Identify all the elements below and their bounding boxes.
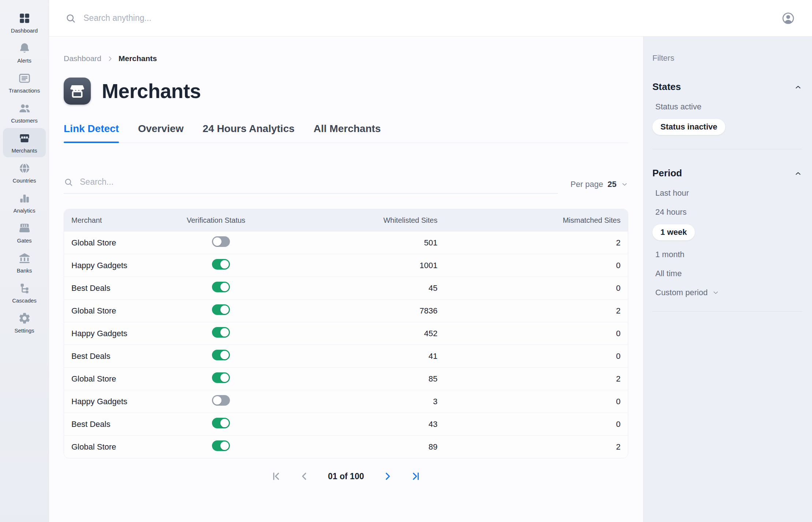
merchant-name: Global Store <box>71 442 187 452</box>
toggle-knob <box>220 373 229 382</box>
filter-sections: StatesStatus activeStatus inactivePeriod… <box>652 81 802 312</box>
filter-option-last-hour[interactable]: Last hour <box>652 188 802 198</box>
whitelisted-sites-value: 41 <box>298 352 437 361</box>
filter-option-label: All time <box>655 269 682 278</box>
table-header-row: MerchantVerification StatusWhitelisted S… <box>64 209 628 231</box>
merchant-row: Happy Gadgets30 <box>64 390 628 413</box>
mismatched-sites-value: 0 <box>437 352 621 361</box>
merchant-row: Best Deals410 <box>64 345 628 367</box>
merchant-row: Happy Gadgets10010 <box>64 254 628 277</box>
tab-link-detect[interactable]: Link Detect <box>64 123 119 143</box>
mismatched-sites-value: 0 <box>437 397 621 406</box>
sidebar-nav: DashboardAlertsTransactionsCustomersMerc… <box>0 8 49 337</box>
sidebar-item-label: Settings <box>14 327 34 334</box>
topbar <box>49 0 812 37</box>
filter-option-status-active[interactable]: Status active <box>652 102 802 112</box>
sidebar-item-label: Gates <box>17 237 31 244</box>
verification-status-cell <box>187 418 298 431</box>
main-column: Dashboard Merchants Merchants Link Detec… <box>49 0 812 522</box>
filter-option-label: 24 hours <box>655 207 687 217</box>
verification-toggle[interactable] <box>212 440 230 451</box>
sidebar-item-customers[interactable]: Customers <box>3 98 46 127</box>
sidebar-item-alerts[interactable]: Alerts <box>3 38 46 67</box>
filter-options: Status activeStatus inactive <box>652 102 802 135</box>
filters-title: Filters <box>652 53 802 63</box>
filter-option-24-hours[interactable]: 24 hours <box>652 207 802 217</box>
whitelisted-sites-value: 7836 <box>298 306 437 316</box>
sidebar-item-transactions[interactable]: Transactions <box>3 68 46 97</box>
verification-toggle[interactable] <box>212 350 230 360</box>
merchant-row: Best Deals450 <box>64 277 628 299</box>
sidebar-item-label: Merchants <box>11 147 37 154</box>
filter-section-header-period[interactable]: Period <box>652 168 802 179</box>
prev-page-button[interactable] <box>299 471 310 482</box>
breadcrumb-link-dashboard[interactable]: Dashboard <box>64 54 101 63</box>
column-header-mismatched-sites: Mismatched Sites <box>437 216 621 225</box>
tab-24-hours-analytics[interactable]: 24 Hours Analytics <box>202 123 294 143</box>
whitelisted-sites-value: 501 <box>298 238 437 248</box>
column-header-whitelisted-sites: Whitelisted Sites <box>298 216 437 225</box>
mismatched-sites-value: 0 <box>437 420 621 429</box>
storefront-icon <box>64 78 91 105</box>
chevron-up-icon <box>794 169 802 177</box>
sidebar-item-settings[interactable]: Settings <box>3 308 46 337</box>
filter-option-label: Last hour <box>655 188 689 198</box>
per-page-select[interactable]: Per page 25 <box>570 180 628 194</box>
tab-all-merchants[interactable]: All Merchants <box>314 123 381 143</box>
sidebar-item-dashboard[interactable]: Dashboard <box>3 8 46 37</box>
chevron-up-icon <box>794 83 802 91</box>
main-content: Dashboard Merchants Merchants Link Detec… <box>49 37 643 522</box>
filter-option-1-week[interactable]: 1 week <box>652 224 695 240</box>
sidebar-item-label: Cascades <box>12 297 37 304</box>
filter-option-status-inactive[interactable]: Status inactive <box>652 119 725 135</box>
global-search-input[interactable] <box>83 13 775 23</box>
verification-toggle[interactable] <box>212 418 230 428</box>
merchant-name: Best Deals <box>71 420 187 429</box>
verification-toggle[interactable] <box>212 282 230 292</box>
tab-overview[interactable]: Overview <box>138 123 184 143</box>
sidebar-item-gates[interactable]: Gates <box>3 218 46 247</box>
divider <box>652 149 802 149</box>
toggle-knob <box>220 260 229 268</box>
verification-toggle[interactable] <box>212 372 230 383</box>
chevron-down-icon <box>621 181 628 188</box>
filter-option-custom-period[interactable]: Custom period <box>652 288 802 297</box>
table-search <box>64 177 558 194</box>
bank-icon <box>18 252 31 265</box>
sidebar-item-analytics[interactable]: Analytics <box>3 188 46 217</box>
toggle-knob <box>220 419 229 427</box>
verification-toggle[interactable] <box>212 327 230 338</box>
filter-options: Last hour24 hours1 week1 monthAll timeCu… <box>652 188 802 297</box>
toggle-knob <box>220 442 229 450</box>
last-page-button[interactable] <box>410 471 421 482</box>
user-avatar-icon[interactable] <box>781 11 795 25</box>
merchant-name: Happy Gadgets <box>71 397 187 406</box>
sidebar-item-countries[interactable]: Countries <box>3 158 46 187</box>
sidebar-item-label: Countries <box>12 177 36 184</box>
filter-section-states: StatesStatus activeStatus inactive <box>652 81 802 149</box>
sidebar-item-banks[interactable]: Banks <box>3 248 46 277</box>
filter-option-1-month[interactable]: 1 month <box>652 250 802 259</box>
first-page-button[interactable] <box>271 471 282 482</box>
next-page-button[interactable] <box>382 471 393 482</box>
app-root: DashboardAlertsTransactionsCustomersMerc… <box>0 0 812 522</box>
merchant-name: Global Store <box>71 306 187 316</box>
bar-chart-icon <box>18 192 31 205</box>
merchant-name: Global Store <box>71 374 187 384</box>
toggle-knob <box>213 237 221 246</box>
verification-toggle[interactable] <box>212 236 230 247</box>
toggle-knob <box>220 283 229 291</box>
whitelisted-sites-value: 3 <box>298 397 437 406</box>
filter-section-header-states[interactable]: States <box>652 81 802 93</box>
filter-option-all-time[interactable]: All time <box>652 269 802 278</box>
sidebar-item-cascades[interactable]: Cascades <box>3 278 46 307</box>
search-icon <box>65 13 76 24</box>
per-page-label: Per page <box>570 180 603 189</box>
verification-toggle[interactable] <box>212 395 230 406</box>
verification-toggle[interactable] <box>212 304 230 315</box>
whitelisted-sites-value: 85 <box>298 374 437 384</box>
sidebar-item-merchants[interactable]: Merchants <box>3 128 46 157</box>
verification-toggle[interactable] <box>212 259 230 270</box>
title-row: Merchants <box>64 78 628 105</box>
table-search-input[interactable] <box>79 177 558 187</box>
